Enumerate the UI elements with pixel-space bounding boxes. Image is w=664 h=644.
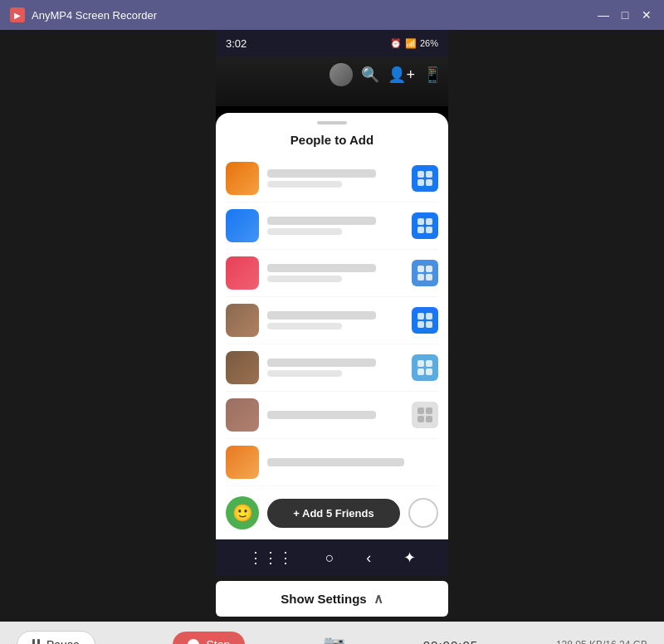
phone-top-nav-area: 🔍 👤+ 📱 — [216, 56, 448, 106]
blur-name — [267, 311, 376, 320]
stop-dot-icon — [188, 639, 199, 644]
person-row — [226, 250, 438, 297]
maximize-button[interactable]: □ — [618, 7, 632, 22]
phone-status-bar: 3:02 ⏰ 📶 26% — [216, 30, 448, 56]
screenshot-button[interactable]: 📷 — [323, 634, 345, 644]
show-settings-bar[interactable]: Show Settings ∧ — [216, 581, 448, 617]
person-row — [226, 155, 438, 202]
add-button-6[interactable] — [412, 402, 438, 428]
status-icons: ⏰ 📶 26% — [390, 38, 438, 49]
dark-overlay-right — [448, 30, 664, 622]
recents-icon[interactable]: ✦ — [403, 549, 416, 567]
blur-name — [267, 359, 376, 367]
add-button-5[interactable] — [412, 354, 438, 381]
person-name-2 — [267, 217, 403, 235]
phone-icon[interactable]: 📱 — [423, 66, 442, 84]
person-row — [226, 392, 438, 439]
avatar-7 — [226, 446, 259, 479]
control-bar: Pause Stop 📷 00:00:05 128.05 KB/16.24 GB — [0, 622, 664, 644]
avatar-5 — [226, 351, 259, 384]
phone-bottom-nav: ⋮⋮⋮ ○ ‹ ✦ — [216, 539, 448, 576]
blur-detail — [267, 370, 342, 377]
person-name-7 — [267, 458, 438, 466]
dark-overlay-left — [0, 30, 216, 622]
signal-icon: 📶 — [405, 38, 417, 49]
add-friend-icon[interactable]: 👤+ — [388, 66, 415, 84]
person-name-5 — [267, 359, 403, 377]
app-icon: ▶ — [10, 7, 25, 22]
main-area: 3:02 ⏰ 📶 26% 🔍 👤+ — [0, 30, 664, 622]
person-name-1 — [267, 169, 403, 188]
add-friends-button[interactable]: + Add 5 Friends — [267, 499, 400, 528]
sheet-handle — [317, 121, 347, 124]
phone-screen-area: 3:02 ⏰ 📶 26% 🔍 👤+ — [216, 30, 448, 576]
blur-name — [267, 169, 376, 178]
avatar-3 — [226, 256, 259, 290]
stop-button[interactable]: Stop — [173, 632, 245, 644]
pause-label: Pause — [46, 638, 80, 644]
show-settings-label: Show Settings — [281, 592, 366, 606]
title-bar: ▶ AnyMP4 Screen Recorder — □ ✕ — [0, 0, 664, 30]
avatar-6 — [226, 398, 259, 432]
avatar-1 — [226, 162, 259, 195]
blur-name — [267, 458, 404, 466]
battery-text: 26% — [420, 38, 438, 48]
window-controls: — □ ✕ — [596, 7, 654, 22]
pause-button[interactable]: Pause — [17, 631, 95, 644]
person-row — [226, 202, 438, 250]
alarm-icon: ⏰ — [390, 38, 402, 49]
avatar-4 — [226, 304, 259, 337]
add-button-3[interactable] — [412, 260, 438, 286]
add-button-2[interactable] — [412, 212, 438, 239]
search-icon[interactable]: 🔍 — [361, 66, 379, 84]
avatar-2 — [226, 209, 259, 242]
person-name-6 — [267, 411, 403, 419]
person-name-3 — [267, 264, 403, 282]
home-icon[interactable]: ○ — [325, 549, 334, 567]
blur-detail — [267, 323, 342, 329]
person-row — [226, 344, 438, 392]
stop-label: Stop — [206, 638, 230, 644]
green-avatar: 🙂 — [226, 496, 259, 529]
profile-avatar — [330, 63, 353, 86]
person-row — [226, 297, 438, 344]
blur-detail — [267, 181, 342, 188]
status-time: 3:02 — [226, 37, 247, 50]
minimize-button[interactable]: — — [596, 7, 611, 22]
pause-icon — [32, 639, 40, 644]
blur-name — [267, 217, 376, 225]
person-name-4 — [267, 311, 403, 329]
blur-name — [267, 264, 376, 272]
add-friends-row: 🙂 + Add 5 Friends — [216, 486, 448, 539]
blur-detail — [267, 228, 342, 235]
add-button-1[interactable] — [412, 165, 438, 192]
phone-inner: 3:02 ⏰ 📶 26% 🔍 👤+ — [216, 30, 448, 576]
storage-info: 128.05 KB/16.24 GB — [556, 639, 647, 644]
menu-icon[interactable]: ⋮⋮⋮ — [248, 549, 293, 567]
circle-select-button[interactable] — [408, 498, 438, 528]
sheet-title: People to Add — [216, 129, 448, 155]
blur-name — [267, 411, 376, 419]
chevron-up-icon: ∧ — [374, 591, 383, 607]
blur-detail — [267, 276, 342, 282]
add-button-4[interactable] — [412, 307, 438, 334]
back-icon[interactable]: ‹ — [366, 549, 371, 567]
people-list — [216, 155, 448, 486]
app-title: AnyMP4 Screen Recorder — [32, 9, 157, 22]
close-button[interactable]: ✕ — [639, 7, 654, 22]
person-row — [226, 439, 438, 486]
bottom-sheet: People to Add — [216, 113, 448, 539]
timer-display: 00:00:05 — [423, 638, 478, 645]
